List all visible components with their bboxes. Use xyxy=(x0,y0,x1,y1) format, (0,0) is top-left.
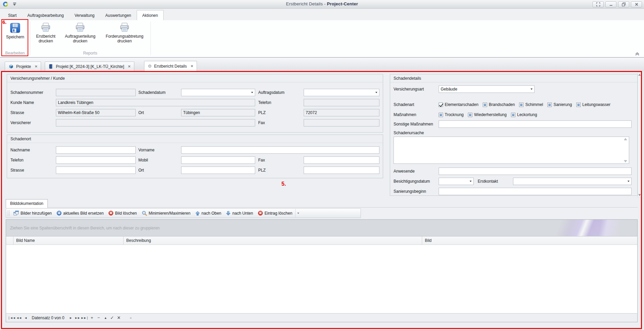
column-header-bild[interactable]: Bild xyxy=(422,236,637,245)
toolbar-options-button[interactable] xyxy=(295,209,301,217)
delete-entry-button[interactable]: Eintrag löschen xyxy=(256,209,295,217)
document-tab-strip: Projekte ✕ Projekt [K_2024-3] [K_LK-TÜ_K… xyxy=(0,58,644,71)
hscroll-left-icon[interactable]: ◄ xyxy=(127,315,133,321)
versicherer-field[interactable] xyxy=(56,119,255,126)
checkbox-leckortung[interactable]: Leckortung xyxy=(511,112,537,117)
doc-tab-projekte[interactable]: Projekte ✕ xyxy=(5,62,41,71)
ribbon-tab-verwaltung[interactable]: Verwaltung xyxy=(69,11,100,20)
scroll-down-icon[interactable] xyxy=(624,160,627,162)
telefon-ort-field[interactable] xyxy=(56,156,136,164)
grid-body-empty[interactable] xyxy=(6,245,637,313)
schadendatum-field[interactable] xyxy=(181,89,255,96)
kunde-name-field[interactable] xyxy=(56,99,255,106)
dropdown-button[interactable] xyxy=(374,89,379,96)
schadensnummer-field[interactable] xyxy=(56,89,136,96)
fax-ort-field[interactable] xyxy=(304,156,379,164)
nav-next-button[interactable]: ► xyxy=(67,315,74,321)
ort-ort-field[interactable] xyxy=(181,167,255,174)
dropdown-button[interactable] xyxy=(249,89,255,96)
erstkontakt-field[interactable] xyxy=(513,178,632,185)
move-up-button[interactable]: nach Oben xyxy=(193,209,224,217)
telefon-field[interactable] xyxy=(304,99,379,106)
titlebar: Erstbericht Details - Project-Center xyxy=(0,0,644,9)
dropdown-button[interactable] xyxy=(626,178,631,185)
nav-first-button[interactable]: ❘◄◄ xyxy=(8,315,15,321)
close-tab-icon[interactable]: ✕ xyxy=(128,65,131,68)
scroll-down-icon[interactable] xyxy=(638,194,641,196)
fax-field[interactable] xyxy=(304,119,379,126)
anwesende-field[interactable] xyxy=(439,168,632,175)
telefon-label: Telefon xyxy=(258,99,271,106)
checkbox-sanierung[interactable]: Sanierung xyxy=(547,102,572,107)
plz-field[interactable] xyxy=(304,109,379,116)
ribbon-group-separator xyxy=(150,22,151,55)
ribbon-tab-aktionen[interactable]: Aktionen xyxy=(137,10,164,20)
nav-endedit-button[interactable]: ✓ xyxy=(109,315,115,321)
close-tab-icon[interactable]: ✕ xyxy=(191,64,193,68)
erstkontakt-value xyxy=(513,178,626,185)
schadendatum-label: Schadendatum xyxy=(138,89,166,96)
checkbox-leitungswasser[interactable]: Leitungswasser xyxy=(576,102,610,107)
dropdown-button[interactable] xyxy=(468,178,473,185)
delete-image-button[interactable]: Bild löschen xyxy=(106,209,139,217)
nav-edit-button[interactable]: ▲ xyxy=(102,315,108,321)
auftragsdatum-field[interactable] xyxy=(304,89,379,96)
close-button[interactable] xyxy=(631,1,642,7)
checkbox-trocknung[interactable]: Trocknung xyxy=(439,112,464,117)
nav-prev-button[interactable]: ◄ xyxy=(22,315,29,321)
checkbox-brandschaden[interactable]: Brandschaden xyxy=(483,102,515,107)
toolbar-item-label: nach Unten xyxy=(232,211,253,216)
add-images-button[interactable]: Bilder hinzufügen xyxy=(11,209,54,217)
grid-group-panel[interactable]: Ziehen Sie eine Spaltenüberschrift in di… xyxy=(6,220,637,236)
restore-button[interactable] xyxy=(618,1,629,7)
strasse-ort-field[interactable] xyxy=(56,167,136,174)
print-forderungsabtretung-button[interactable]: Forderungsabtretung drucken xyxy=(101,21,148,43)
checkbox-wiederherstellung[interactable]: Wiederherstellung xyxy=(468,112,507,117)
fullscreen-button[interactable] xyxy=(592,1,604,7)
scroll-up-icon[interactable] xyxy=(624,138,627,140)
ribbon-tab-start[interactable]: Start xyxy=(3,11,22,20)
close-tab-icon[interactable]: ✕ xyxy=(35,65,37,68)
doc-tab-projekt-k2024[interactable]: Projekt [K_2024-3] [K_LK-TÜ_Kirchte] ✕ xyxy=(45,62,134,71)
nachname-field[interactable] xyxy=(56,146,136,154)
print-erstbericht-button[interactable]: Erstbericht drucken xyxy=(32,21,59,43)
group-schadendetails: Schadendetails Versicherungsart Gebäude … xyxy=(390,74,638,196)
vorname-field[interactable] xyxy=(181,146,379,154)
nav-last-button[interactable]: ►►❘ xyxy=(81,315,88,321)
toolbar-grip[interactable] xyxy=(8,210,9,216)
ort-label: Ort xyxy=(138,109,144,116)
nav-append-button[interactable]: + xyxy=(89,315,95,321)
nav-cancel-button[interactable]: ✕ xyxy=(115,315,122,321)
ribbon-collapse-button[interactable] xyxy=(635,51,640,55)
nav-prev-page-button[interactable]: ◄◄ xyxy=(15,315,22,321)
schadenursache-textarea[interactable] xyxy=(394,137,629,164)
form-vertical-scrollbar[interactable] xyxy=(638,72,642,197)
column-header-bild-name[interactable]: Bild Name xyxy=(13,236,124,245)
sanierungsbeginn-field[interactable] xyxy=(439,188,632,195)
ribbon-tab-auswertungen[interactable]: Auswertungen xyxy=(100,11,137,20)
doc-tab-erstbericht-details[interactable]: ⚙ Erstbericht Details ✕ xyxy=(144,61,197,71)
nav-next-page-button[interactable]: ►► xyxy=(74,315,80,321)
column-header-beschreibung[interactable]: Beschreibung xyxy=(124,236,422,245)
ort-field[interactable] xyxy=(181,109,255,116)
mobil-field[interactable] xyxy=(181,156,255,164)
replace-image-button[interactable]: aktuelles Bild ersetzen xyxy=(54,209,106,217)
versicherungsart-field[interactable]: Gebäude xyxy=(439,85,535,93)
minmax-button[interactable]: Minimieren/Maximieren xyxy=(139,209,193,217)
sonstige-massnahmen-field[interactable] xyxy=(439,120,632,128)
print-auftragserteilung-button[interactable]: Auftragserteilung drucken xyxy=(61,21,99,43)
textarea-scrollbar[interactable] xyxy=(623,138,628,162)
checkbox-indeterminate-icon xyxy=(519,103,523,107)
scroll-up-icon[interactable] xyxy=(638,74,641,76)
strasse-field[interactable] xyxy=(56,109,136,116)
dropdown-button[interactable] xyxy=(529,86,534,93)
checkbox-elementarschaden[interactable]: Elementarschaden xyxy=(439,102,478,107)
besichtigungsdatum-field[interactable] xyxy=(439,178,474,185)
plz-ort-field[interactable] xyxy=(304,167,379,174)
tab-bilddokumentation[interactable]: Bilddokumentation xyxy=(6,199,48,208)
checkbox-schimmel[interactable]: Schimmel xyxy=(519,102,543,107)
minimize-button[interactable] xyxy=(605,1,616,7)
ribbon-tab-auftragsbearbeitung[interactable]: Auftragsbearbeitung xyxy=(22,11,69,20)
nav-delete-button[interactable]: − xyxy=(95,315,102,321)
move-down-button[interactable]: nach Unten xyxy=(224,209,255,217)
